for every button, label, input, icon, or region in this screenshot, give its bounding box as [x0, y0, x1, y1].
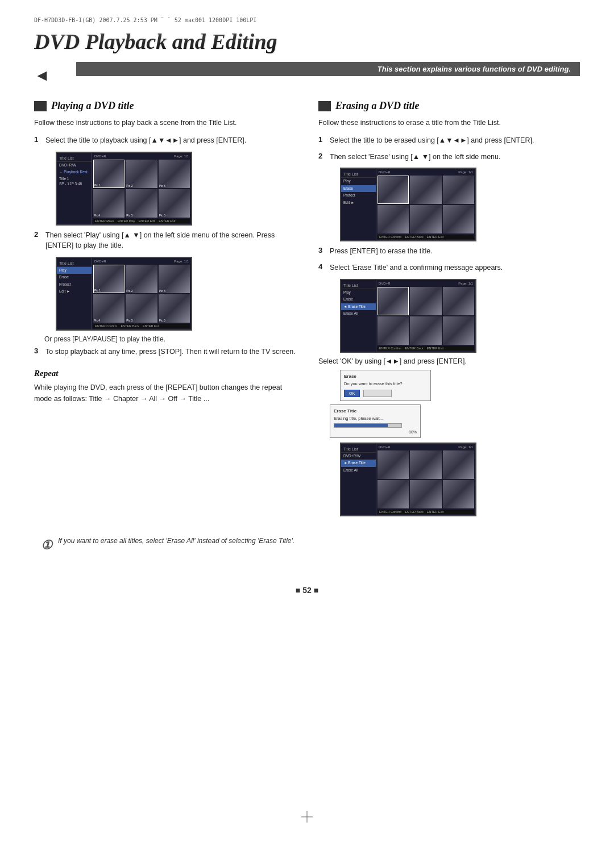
thumb-2-2: Pic 2 [126, 265, 157, 293]
sidebar-title1-info: Title 1SP - 11P 3:48 [57, 176, 92, 187]
screen-thumbs-2: Pic 1 Pic 2 Pic 3 Pic 4 Pic 5 Pic 6 [93, 265, 190, 323]
screen-dvdinfo: DVD+R [94, 155, 106, 158]
screen-mockup-1: Title List DVD+R/W ← Playback Rest Title… [45, 152, 296, 226]
screen-mockup-erase-2: Title List Play Erase ◄ Erase Title Eras… [330, 279, 580, 353]
main-content: Playing a DVD title Follow these instruc… [34, 100, 580, 521]
subtitle-banner: This section explains various functions … [76, 62, 580, 76]
ok-button[interactable]: OK [344, 390, 360, 397]
playing-heading: Playing a DVD title [34, 100, 296, 112]
screen-content-1: DVD+R Page: 1/1 Pic 1 Pic 2 Pic 3 Pic 4 … [92, 153, 191, 224]
erase-final-thumbs [377, 450, 474, 508]
erase-sidebar-erase: Erase [341, 185, 376, 192]
erase-thumb-2 [410, 176, 441, 204]
step-2-block: 2 Then select 'Play' using [▲ ▼] on the … [34, 230, 296, 252]
screen-thumbs-1: Pic 1 Pic 2 Pic 3 Pic 4 Pic 5 Pic 6 [93, 160, 190, 218]
erase-step-3-num: 3 [318, 246, 327, 254]
select-ok-text: Select 'OK' by using [◄►] and press [ENT… [318, 357, 580, 365]
erase-dialog-title: Erase [344, 374, 427, 379]
erase-final-title: Title List [341, 446, 376, 453]
erase-t2-4 [377, 316, 409, 345]
erase-screen-content-2: DVD+R Page: 1/1 [376, 280, 475, 352]
erase-screen-1: Title List Play Erase Protect Edit ► DVD… [340, 168, 476, 241]
erase-dialog-buttons: OK [344, 390, 427, 397]
erase-t2-1 [377, 287, 409, 315]
erase-progress-dialog: Erase Title Erasing title, please wait..… [330, 404, 421, 438]
step-1-text: Select the title to playback using [▲▼◄►… [45, 135, 246, 146]
erase-thumb-5 [410, 205, 441, 233]
erase-final-item: ◄ Erase Title [341, 460, 376, 466]
erase-sidebar2-erase: Erase [341, 296, 376, 303]
header-meta: DF-H7DD3D-FB-I(GB) 2007.7.25 2:53 PM ˘ `… [34, 17, 580, 23]
erase-step-2-num: 2 [318, 152, 327, 160]
sidebar-erase: Erase [57, 274, 92, 281]
erase-step-1-block: 1 Select the title to be erased using [▲… [318, 135, 580, 146]
repeat-heading: Repeat [34, 369, 296, 378]
erase-thumbs-1 [377, 176, 474, 233]
erase-final-page: Page: 1/1 [458, 445, 473, 449]
erase-t2-2 [410, 287, 441, 315]
erase-ft-5 [410, 480, 441, 508]
thumb-6: Pic 6 [159, 189, 190, 218]
erase-page: Page: 1/1 [458, 170, 473, 174]
erase-progress-pct: 80% [334, 430, 417, 434]
erase-step-3-text: Press [ENTER] to erase the title. [330, 246, 433, 257]
title-list-screen-2: Title List Play Erase Protect Edit ► DVD… [56, 257, 192, 331]
erase-dvdinfo2: DVD+R [379, 282, 391, 285]
sidebar-play: Play [57, 267, 92, 274]
erase-sidebar-title-2: Title List [341, 282, 376, 289]
erase-sidebar-1: Title List Play Erase Protect Edit ► [341, 169, 376, 240]
screen-mockup-erase-final: Title List DVD+R/W ◄ Erase Title Erase A… [330, 443, 580, 516]
erase-step-4-block: 4 Select 'Erase Title' and a confirming … [318, 262, 580, 273]
erase-thumb-6 [443, 205, 474, 233]
erase-final-content: DVD+R Page: 1/1 [376, 444, 475, 515]
erase-final-bottom: ENTER ConfirmENTER BackENTER Exit [377, 510, 474, 514]
heading-bar-right [318, 101, 331, 111]
page-container: DF-H7DD3D-FB-I(GB) 2007.7.25 2:53 PM ˘ `… [0, 0, 614, 868]
erase-step-1-num: 1 [318, 135, 327, 144]
screen-bottom-2: ENTER ConfirmENTER BackENTER Exit [93, 324, 190, 328]
cancel-button[interactable] [363, 390, 392, 397]
heading-bar-left [34, 101, 47, 111]
step-1-num: 1 [34, 135, 43, 144]
erase-thumb-3 [443, 176, 474, 204]
left-column: Playing a DVD title Follow these instruc… [34, 100, 296, 404]
repeat-text: While playing the DVD, each press of the… [34, 382, 296, 404]
erase-progress-fill [334, 424, 388, 427]
erase-ft-4 [377, 480, 409, 508]
erase-bottom-2: ENTER ConfirmENTER BackENTER Exit [377, 346, 474, 350]
erase-top-bar: DVD+R Page: 1/1 [377, 170, 474, 174]
erase-sidebar2-erase-title: ◄ Erase Title [341, 303, 376, 310]
note-box: ① If you want to erase all titles, selec… [34, 532, 580, 557]
erase-top-bar-2: DVD+R Page: 1/1 [377, 281, 474, 286]
erase-final-dvdinfo: DVD+R [379, 445, 391, 449]
thumb-2: Pic 2 [126, 160, 157, 188]
step-2-num: 2 [34, 230, 43, 239]
erase-final-dvd: DVD+R/W [341, 453, 376, 460]
right-column: Erasing a DVD title Follow these instruc… [318, 100, 580, 521]
step-1-block: 1 Select the title to playback using [▲▼… [34, 135, 296, 146]
erase-step-3-block: 3 Press [ENTER] to erase the title. [318, 246, 580, 257]
thumb-3: Pic 3 [159, 160, 190, 188]
thumb-2-6: Pic 6 [159, 294, 190, 323]
erase-t2-5 [410, 316, 441, 345]
erase-step-4-text: Select 'Erase Title' and a confirming me… [330, 262, 503, 273]
crosshair-bottom [301, 811, 313, 823]
screen-page: Page: 1/1 [174, 155, 189, 158]
back-arrow-icon: ◄ [34, 66, 50, 85]
erase-sidebar-title: Title List [341, 171, 376, 178]
erase-ft-2 [410, 450, 441, 479]
erase-sidebar2-erase-all: Erase All [341, 310, 376, 317]
erase-thumbs-2 [377, 287, 474, 345]
thumb-2-5: Pic 5 [126, 294, 157, 323]
erase-step-2-block: 2 Then select 'Erase' using [▲ ▼] on the… [318, 152, 580, 162]
screen-dvdinfo2: DVD+R [94, 260, 106, 263]
playing-title: Playing a DVD title [51, 100, 134, 112]
repeat-section: Repeat While playing the DVD, each press… [34, 369, 296, 404]
erase-page2: Page: 1/1 [458, 282, 473, 285]
sidebar-title: Title List [57, 155, 92, 162]
thumb-2-4: Pic 4 [93, 294, 125, 323]
screen-mockup-erase-1: Title List Play Erase Protect Edit ► DVD… [330, 168, 580, 241]
erase-dialog: Erase Do you want to erase this title? O… [340, 370, 431, 401]
erase-dialog-wrapper: Erase Do you want to erase this title? O… [330, 370, 580, 438]
sidebar-dvd: DVD+R/W [57, 162, 92, 169]
